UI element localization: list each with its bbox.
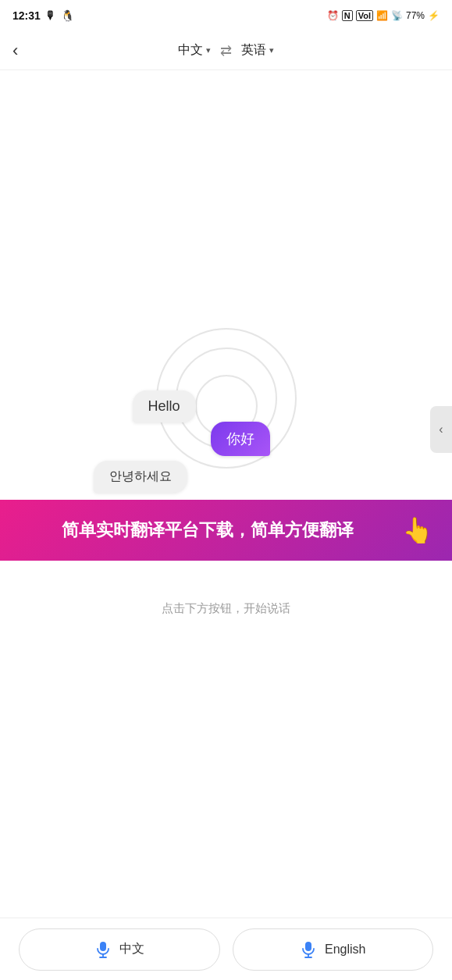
battery-charge-icon: ⚡	[428, 10, 440, 21]
vol-icon: Vol	[356, 10, 373, 21]
svg-rect-3	[305, 942, 311, 951]
mic-button-chinese[interactable]: 中文	[19, 928, 220, 971]
microphone-icon-right	[300, 941, 317, 958]
bubble-korean: 안녕하세요	[94, 461, 187, 493]
hint-text: 点击下方按钮，开始说话	[0, 601, 452, 616]
time-display: 12:31	[12, 9, 41, 22]
alarm-icon: ⏰	[327, 10, 339, 21]
mic-status-icon: 🎙	[45, 9, 56, 22]
chevron-left-icon: ‹	[439, 422, 443, 437]
wifi-icon: 📡	[391, 10, 403, 21]
mic-button-english-label: English	[325, 943, 365, 957]
wechat-icon: 🐧	[61, 9, 74, 22]
main-content: Hello 你好 안녕하세요 简单实时翻译平台下载，简单方便翻译 👆 点击下方按…	[0, 70, 452, 918]
nav-bar: ‹ 中文 ▾ ⇄ 英语 ▾	[0, 31, 452, 70]
language-selector: 中文 ▾ ⇄ 英语 ▾	[178, 42, 274, 59]
back-button[interactable]: ‹	[12, 41, 18, 61]
swap-languages-button[interactable]: ⇄	[220, 42, 232, 59]
target-language-label: 英语	[241, 42, 266, 59]
status-right: ⏰ N Vol 📶 📡 77% ⚡	[327, 10, 440, 21]
side-collapse-tab[interactable]: ‹	[430, 406, 452, 453]
source-language-label: 中文	[178, 42, 203, 59]
microphone-icon-left	[94, 941, 112, 958]
svg-rect-0	[100, 942, 106, 951]
battery-display: 77%	[406, 10, 425, 21]
bubble-hello: Hello	[133, 390, 196, 422]
status-left: 12:31 🎙 🐧	[12, 9, 74, 22]
signal-icon: 📶	[376, 10, 388, 21]
bottom-bar: 中文 English	[0, 918, 452, 980]
target-language-button[interactable]: 英语 ▾	[241, 42, 274, 59]
mic-button-chinese-label: 中文	[119, 941, 144, 957]
promo-banner[interactable]: 简单实时翻译平台下载，简单方便翻译 👆	[0, 500, 452, 561]
source-language-button[interactable]: 中文 ▾	[178, 42, 211, 59]
promo-emoji: 👆	[402, 515, 433, 545]
promo-text: 简单实时翻译平台下载，简单方便翻译	[19, 519, 396, 543]
bubble-nihao: 你好	[211, 422, 270, 456]
mic-button-english[interactable]: English	[233, 928, 434, 971]
target-language-arrow: ▾	[269, 45, 274, 55]
source-language-arrow: ▾	[206, 45, 211, 55]
status-bar: 12:31 🎙 🐧 ⏰ N Vol 📶 📡 77% ⚡	[0, 0, 452, 31]
nfc-icon: N	[342, 10, 353, 21]
